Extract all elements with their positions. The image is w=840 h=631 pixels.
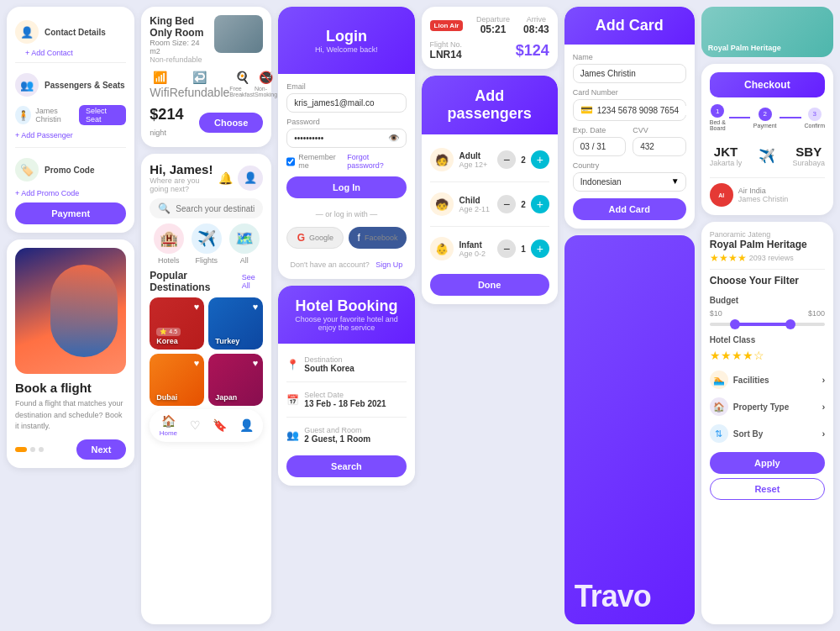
flight-no: LNR14 — [430, 49, 463, 60]
next-button[interactable]: Next — [76, 439, 127, 460]
infant-plus-btn[interactable]: + — [531, 239, 549, 258]
dest-japan-label: Japan — [215, 393, 237, 402]
google-btn[interactable]: G Google — [286, 227, 344, 249]
adult-label: Adult — [459, 151, 488, 160]
child-row: 🧒 Child Age 2-11 − 2 + — [430, 187, 549, 221]
card-number-input[interactable] — [597, 106, 695, 115]
slider-thumb-right[interactable] — [785, 319, 795, 329]
add-card-button[interactable]: Add Card — [573, 198, 686, 220]
add-card-title: Add Card — [575, 17, 685, 34]
facilities-icon: 🏊 — [710, 371, 728, 389]
dot-3 — [39, 447, 44, 452]
hotel-class-label: Hotel Class — [710, 335, 755, 344]
email-label: Email — [286, 82, 406, 91]
adult-plus-btn[interactable]: + — [531, 150, 549, 169]
budget-slider[interactable] — [710, 323, 825, 326]
room-price: $214 — [150, 106, 183, 123]
sort-arrow[interactable]: › — [822, 429, 825, 439]
add-promo-btn[interactable]: + Add Promo Code — [15, 187, 126, 202]
price-per: night — [150, 129, 166, 137]
infant-age: Age 0-2 — [459, 250, 486, 258]
passenger-info: James Christin — [738, 195, 789, 203]
add-contact-btn[interactable]: + Add Contact — [25, 49, 126, 57]
choose-button[interactable]: Choose — [199, 113, 263, 133]
progress-indicator — [15, 447, 44, 452]
passengers-title: Passengers & Seats — [45, 81, 125, 90]
checkout-card: Checkout 1 Bed &Board 2 Payment 3 Confir… — [701, 64, 833, 215]
infant-minus-btn[interactable]: − — [497, 239, 516, 258]
exp-label: Exp. Date — [573, 126, 627, 134]
contact-title: Contact Details — [45, 28, 106, 37]
hotels-label: Hotels — [158, 256, 180, 265]
dest-value: South Korea — [304, 364, 354, 373]
filter-title: Choose Your Filter — [710, 275, 825, 287]
flights-icon[interactable]: ✈️ — [192, 223, 222, 254]
facebook-btn[interactable]: f Facebook — [349, 227, 406, 249]
remember-me-checkbox[interactable] — [286, 156, 295, 167]
all-icon[interactable]: 🗺️ — [229, 223, 260, 254]
facilities-arrow[interactable]: › — [822, 376, 825, 385]
done-button[interactable]: Done — [430, 274, 549, 296]
dest-label: Destination — [304, 355, 354, 364]
apply-filter-button[interactable]: Apply — [710, 452, 825, 474]
profile-nav-icon: 👤 — [239, 418, 254, 432]
refundable-amenity: ↩️ Refundable — [170, 71, 230, 99]
nav-favorites[interactable]: ♡ — [190, 418, 201, 434]
search-icon: 🔍 — [158, 202, 171, 214]
airline-name: Air India — [738, 187, 789, 195]
dest-japan[interactable]: Japan ♥ — [208, 354, 263, 406]
property-arrow[interactable]: › — [822, 402, 825, 412]
see-all-btn[interactable]: See All — [242, 273, 264, 290]
nav-profile[interactable]: 👤 — [239, 418, 254, 434]
login-header: Login Hi, Welcome back! — [278, 7, 414, 74]
password-label: Password — [286, 118, 406, 126]
hotels-icon[interactable]: 🏨 — [154, 223, 184, 254]
filter-card: Panoramic Jateng Royal Palm Heritage ★★★… — [701, 222, 833, 624]
dest-turkey[interactable]: Turkey ♥ — [208, 297, 263, 350]
adult-minus-btn[interactable]: − — [497, 150, 516, 169]
reset-filter-button[interactable]: Reset — [710, 478, 825, 500]
bell-icon[interactable]: 🔔 — [218, 171, 233, 185]
login-button[interactable]: Log In — [286, 176, 406, 198]
add-passengers-title: Add passengers — [433, 87, 546, 123]
add-card-card: Add Card Name Card Number 💳 Exp. Date — [564, 7, 695, 229]
nav-home[interactable]: 🏠 Home — [160, 414, 177, 437]
greeting: Hi, James! — [150, 162, 218, 176]
step-2-circle: 2 — [759, 108, 772, 121]
home-screen-card: Hi, James! Where are you going next? 🔔 👤… — [141, 154, 271, 624]
budget-filter: Budget — [710, 292, 825, 309]
step-3: 3 Confirm — [805, 108, 826, 129]
guest-icon: 👥 — [286, 429, 299, 441]
non-refundable: Non-refundable — [150, 55, 207, 64]
child-plus-btn[interactable]: + — [531, 195, 549, 213]
slider-thumb-left[interactable] — [730, 319, 740, 329]
card-name-input[interactable] — [573, 64, 686, 83]
nav-bookings[interactable]: 🔖 — [213, 418, 227, 434]
exp-input[interactable] — [573, 137, 627, 156]
plane-icon: ✈️ — [759, 148, 775, 164]
search-bar[interactable]: 🔍 — [150, 198, 263, 218]
star-rating: ★★★★ — [710, 252, 747, 264]
child-minus-btn[interactable]: − — [497, 195, 516, 213]
passengers-section: 👥 Passengers & Seats — [15, 68, 126, 102]
email-input[interactable] — [286, 93, 406, 113]
hotel-search-button[interactable]: Search — [286, 455, 406, 477]
sign-up-link[interactable]: Sign Up — [375, 260, 402, 269]
property-label: Property Type — [733, 402, 790, 412]
forgot-password-link[interactable]: Forgot password? — [347, 153, 406, 170]
payment-button[interactable]: Payment — [15, 202, 126, 224]
star-filter[interactable]: ★★★★☆ — [710, 349, 825, 362]
search-input[interactable] — [176, 204, 255, 213]
eye-icon[interactable]: 👁️ — [388, 133, 400, 144]
select-seat-btn[interactable]: Select Seat — [79, 105, 126, 125]
add-passenger-btn[interactable]: + Add Passenger — [15, 129, 126, 142]
dest-dubai[interactable]: Dubai ♥ — [150, 354, 204, 406]
room-image — [214, 15, 263, 53]
date-label: Select Date — [304, 391, 386, 399]
add-passengers-card: Add passengers 🧑 Adult Age 12+ − 2 + — [422, 76, 558, 304]
country-select[interactable]: Indonesian English — [573, 172, 686, 192]
dest-korea[interactable]: Korea ♥ ⭐ 4.5 — [150, 297, 204, 350]
facilities-label: Facilities — [733, 376, 769, 385]
cvv-input[interactable] — [633, 137, 686, 156]
child-age: Age 2-11 — [459, 205, 491, 213]
